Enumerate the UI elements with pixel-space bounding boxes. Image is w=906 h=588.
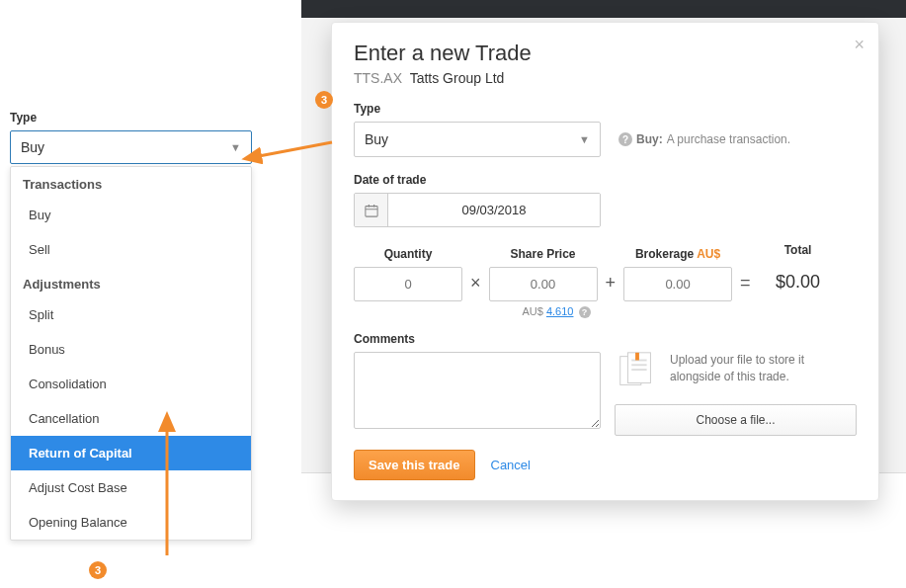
- total-column: Total: [759, 243, 838, 301]
- type-select-value: Buy: [365, 131, 388, 147]
- left-type-value: Buy: [21, 139, 44, 155]
- dropdown-item-consolidation[interactable]: Consolidation: [11, 367, 251, 401]
- bg-topbar: [301, 0, 906, 18]
- annotation-badge-3-top: 3: [315, 91, 333, 109]
- brokerage-input[interactable]: [623, 267, 732, 301]
- type-help-text: ? Buy: A purchase transaction.: [618, 132, 790, 146]
- annotation-badge-3-bottom: 3: [89, 561, 107, 579]
- total-value: [759, 263, 838, 301]
- help-icon: ?: [618, 132, 632, 146]
- comments-label: Comments: [354, 332, 857, 346]
- svg-rect-5: [627, 353, 650, 383]
- dropdown-item-sell[interactable]: Sell: [11, 232, 251, 267]
- document-upload-icon: [615, 352, 660, 394]
- plus-symbol: +: [606, 273, 617, 301]
- upload-block: Upload your file to store it alongside o…: [615, 352, 857, 436]
- type-select[interactable]: Buy ▼: [354, 122, 601, 157]
- equals-symbol: =: [740, 273, 751, 301]
- ticker-symbol: TTS.AX: [354, 70, 402, 86]
- date-field-label: Date of trade: [354, 173, 857, 187]
- brokerage-label: Brokerage AU$: [635, 247, 720, 261]
- modal-title: Enter a new Trade: [354, 41, 857, 66]
- dropdown-group-adjustments: Adjustments: [11, 267, 251, 297]
- svg-rect-0: [365, 206, 376, 216]
- chevron-down-icon: ▼: [579, 133, 590, 145]
- help-label: Buy:: [636, 132, 663, 146]
- save-button[interactable]: Save this trade: [354, 450, 475, 480]
- brokerage-currency: AU$: [697, 247, 720, 261]
- type-field-label: Type: [354, 102, 857, 116]
- multiply-symbol: ×: [470, 273, 481, 301]
- dropdown-item-bonus[interactable]: Bonus: [11, 332, 251, 367]
- dropdown-item-split[interactable]: Split: [11, 297, 251, 332]
- left-panel: Type Buy ▼ Transactions Buy Sell Adjustm…: [10, 111, 252, 541]
- dropdown-item-opening-balance[interactable]: Opening Balance: [11, 505, 251, 540]
- quantity-column: Quantity: [354, 247, 462, 301]
- left-type-label: Type: [10, 111, 252, 125]
- price-column: Share Price: [489, 247, 598, 301]
- help-icon: ?: [579, 306, 591, 318]
- upload-help-text: Upload your file to store it alongside o…: [670, 352, 857, 385]
- close-icon[interactable]: ×: [854, 35, 865, 55]
- market-price-value: 4.610: [546, 305, 574, 317]
- company-name: Tatts Group Ltd: [410, 70, 505, 86]
- calendar-icon[interactable]: [355, 194, 388, 226]
- dropdown-item-cancellation[interactable]: Cancellation: [11, 401, 251, 436]
- date-input[interactable]: [388, 194, 600, 226]
- cancel-link[interactable]: Cancel: [491, 458, 531, 472]
- dropdown-item-buy[interactable]: Buy: [11, 198, 251, 232]
- modal-subtitle: TTS.AX Tatts Group Ltd: [354, 70, 857, 86]
- brokerage-column: Brokerage AU$: [623, 247, 732, 301]
- help-description: A purchase transaction.: [667, 132, 790, 146]
- market-price-hint[interactable]: AU$ 4.610 ?: [502, 305, 611, 318]
- price-input[interactable]: [489, 267, 598, 301]
- svg-rect-9: [635, 353, 639, 361]
- chevron-down-icon: ▼: [230, 141, 241, 153]
- date-input-group: [354, 193, 601, 227]
- new-trade-modal: × Enter a new Trade TTS.AX Tatts Group L…: [331, 22, 879, 501]
- quantity-label: Quantity: [384, 247, 433, 261]
- total-label: Total: [784, 243, 812, 257]
- type-dropdown-menu: Transactions Buy Sell Adjustments Split …: [10, 166, 252, 541]
- dropdown-group-transactions: Transactions: [11, 167, 251, 198]
- comments-textarea[interactable]: [354, 352, 601, 429]
- left-type-select[interactable]: Buy ▼: [10, 130, 252, 164]
- choose-file-button[interactable]: Choose a file...: [615, 404, 857, 436]
- quantity-input[interactable]: [354, 267, 462, 301]
- dropdown-item-adjust-cost-base[interactable]: Adjust Cost Base: [11, 470, 251, 505]
- price-label: Share Price: [510, 247, 575, 261]
- dropdown-item-return-of-capital[interactable]: Return of Capital: [11, 436, 251, 470]
